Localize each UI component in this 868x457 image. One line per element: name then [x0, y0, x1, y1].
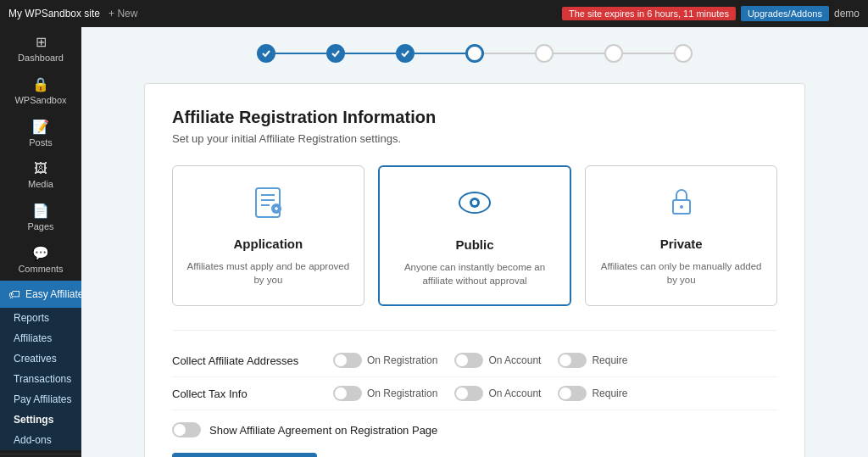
expiry-badge: The site expires in 6 hours, 11 minutes — [562, 7, 736, 20]
private-icon — [663, 183, 700, 228]
stepper — [98, 44, 851, 63]
svg-point-9 — [472, 200, 477, 205]
step-line-4 — [484, 53, 535, 54]
comments-icon: 💬 — [32, 245, 49, 261]
reg-type-private[interactable]: Private Affiliates can only be manually … — [585, 165, 777, 306]
tax-on-account-toggle[interactable] — [454, 386, 483, 401]
step-line-3 — [415, 53, 465, 54]
tax-require-toggle[interactable] — [558, 386, 587, 401]
sidebar-sub-creatives[interactable]: Creatives — [0, 348, 81, 369]
toggle-section: Collect Affiliate Addresses On Registrat… — [172, 330, 777, 410]
sidebar-item-comments[interactable]: 💬 Comments — [0, 238, 81, 281]
addr-require-group: Require — [558, 353, 627, 368]
step-6 — [604, 44, 623, 63]
posts-icon: 📝 — [32, 119, 49, 135]
reg-type-public[interactable]: Public Anyone can instantly become an af… — [378, 165, 572, 306]
addr-on-reg-label: On Registration — [367, 354, 437, 366]
agreement-row: Show Affiliate Agreement on Registration… — [172, 410, 777, 453]
application-desc: Affiliates must apply and be approved by… — [186, 259, 350, 287]
tax-label: Collect Tax Info — [172, 387, 316, 400]
public-name: Public — [456, 237, 494, 252]
wpsandbox-icon: 🔒 — [32, 76, 49, 92]
sidebar-item-media[interactable]: 🖼 Media — [0, 154, 81, 196]
main-layout: ⊞ Dashboard 🔒 WPSandbox 📝 Posts 🖼 Media … — [0, 27, 868, 457]
sidebar-divider — [0, 454, 81, 454]
sidebar-item-label: Media — [28, 179, 53, 189]
dashboard-icon: ⊞ — [36, 34, 47, 50]
private-desc: Affiliates can only be manually added by… — [599, 259, 763, 287]
step-7 — [674, 44, 693, 63]
tax-on-reg-toggle[interactable] — [333, 386, 362, 401]
public-icon — [456, 184, 493, 229]
step-line-2 — [345, 53, 396, 54]
card-subtitle: Set up your initial Affiliate Registrati… — [172, 132, 777, 145]
media-icon: 🖼 — [34, 161, 47, 176]
demo-label: demo — [834, 8, 860, 20]
private-name: Private — [660, 237, 703, 251]
addresses-label: Collect Affiliate Addresses — [172, 354, 316, 367]
tax-on-reg-label: On Registration — [367, 387, 437, 399]
application-name: Application — [234, 237, 303, 251]
tax-require-group: Require — [558, 386, 627, 401]
new-button[interactable]: + New — [108, 8, 137, 20]
sidebar-item-label: WPSandbox — [14, 95, 66, 105]
top-bar-right: The site expires in 6 hours, 11 minutes … — [562, 6, 860, 21]
sidebar-item-easy-affiliate[interactable]: 🏷 Easy Affiliate — [0, 281, 81, 308]
top-bar: My WPSandbox site + New The site expires… — [0, 0, 868, 27]
sidebar: ⊞ Dashboard 🔒 WPSandbox 📝 Posts 🖼 Media … — [0, 27, 81, 457]
sidebar-item-label: Dashboard — [18, 53, 64, 63]
toggle-row-addresses: Collect Affiliate Addresses On Registrat… — [172, 344, 777, 377]
site-name[interactable]: My WPSandbox site — [8, 8, 100, 20]
sidebar-sub-settings[interactable]: Settings — [0, 410, 81, 430]
step-line-1 — [275, 53, 326, 54]
reg-type-application[interactable]: Application Affiliates must apply and be… — [172, 165, 364, 306]
addr-require-label: Require — [592, 354, 627, 366]
addr-on-account-toggle[interactable] — [454, 353, 483, 368]
sidebar-sub-pay-affiliates[interactable]: Pay Affiliates — [0, 389, 81, 410]
step-5 — [535, 44, 554, 63]
step-line-6 — [623, 53, 674, 54]
sidebar-sub-reports[interactable]: Reports — [0, 308, 81, 328]
step-2 — [326, 44, 345, 63]
agreement-toggle[interactable] — [172, 422, 201, 437]
sidebar-item-label: Pages — [27, 221, 53, 231]
addr-require-toggle[interactable] — [558, 353, 587, 368]
easy-affiliate-submenu: Reports Affiliates Creatives Transaction… — [0, 308, 81, 450]
pages-icon: 📄 — [32, 203, 49, 219]
tax-require-label: Require — [592, 387, 627, 399]
public-desc: Anyone can instantly become an affiliate… — [393, 260, 557, 287]
addr-on-account-label: On Account — [488, 354, 541, 366]
sidebar-item-label: Easy Affiliate — [25, 288, 81, 300]
reg-type-row: Application Affiliates must apply and be… — [172, 165, 777, 306]
addr-on-account-group: On Account — [454, 353, 541, 368]
sidebar-sub-addons[interactable]: Add-ons — [0, 430, 81, 450]
top-bar-left: My WPSandbox site + New — [8, 8, 552, 20]
tax-on-account-label: On Account — [488, 387, 541, 399]
sidebar-item-dashboard[interactable]: ⊞ Dashboard — [0, 27, 81, 70]
step-4 — [465, 44, 484, 63]
agreement-label: Show Affiliate Agreement on Registration… — [209, 424, 437, 437]
content-area: Affiliate Registration Information Set u… — [81, 27, 868, 457]
application-icon — [249, 183, 287, 228]
step-3 — [396, 44, 415, 63]
easy-affiliate-icon: 🏷 — [8, 287, 20, 301]
sidebar-item-label: Posts — [29, 137, 53, 148]
card-title: Affiliate Registration Information — [172, 108, 777, 127]
sidebar-item-label: Comments — [18, 264, 63, 274]
step-1 — [257, 44, 275, 63]
addr-on-reg-group: On Registration — [333, 353, 437, 368]
tax-on-reg-group: On Registration — [333, 386, 437, 401]
sidebar-sub-transactions[interactable]: Transactions — [0, 369, 81, 389]
sidebar-item-posts[interactable]: 📝 Posts — [0, 112, 81, 154]
sidebar-item-pages[interactable]: 📄 Pages — [0, 196, 81, 238]
save-continue-button[interactable]: Save and Continue → — [172, 453, 317, 457]
svg-point-11 — [680, 205, 683, 209]
upgrades-button[interactable]: Upgrades/Addons — [741, 6, 829, 21]
sidebar-sub-affiliates[interactable]: Affiliates — [0, 328, 81, 348]
step-line-5 — [554, 53, 604, 54]
toggle-row-tax: Collect Tax Info On Registration On Acco… — [172, 377, 777, 410]
main-card: Affiliate Registration Information Set u… — [144, 83, 805, 457]
sidebar-item-wpsandbox[interactable]: 🔒 WPSandbox — [0, 70, 81, 112]
tax-on-account-group: On Account — [454, 386, 541, 401]
addr-on-reg-toggle[interactable] — [333, 353, 362, 368]
